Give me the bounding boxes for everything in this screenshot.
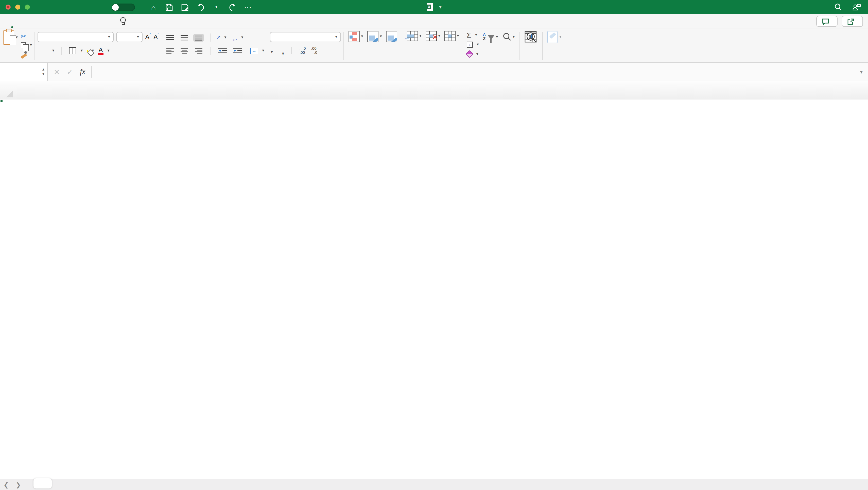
cell-styles-button[interactable] [384,30,399,50]
currency-chevron-icon: ▾ [271,50,273,54]
tab-home[interactable] [6,14,18,28]
delete-cells-button[interactable]: ✕ ▾ [424,30,442,42]
underline-chevron-icon[interactable]: ▾ [52,49,54,53]
tell-me[interactable] [116,17,127,25]
insert-chevron-icon: ▾ [420,34,422,38]
cut-button[interactable]: ✂ [21,32,32,40]
zoom-window-button[interactable] [25,5,30,10]
prev-sheet-icon[interactable]: ❮ [0,481,12,488]
find-select-button[interactable]: ▾ [500,30,517,51]
undo-icon[interactable] [196,3,205,11]
borders-button[interactable] [69,47,76,54]
confirm-entry-icon[interactable]: ✓ [67,68,72,76]
format-painter-button[interactable] [21,51,32,58]
tab-view[interactable] [91,14,103,28]
cancel-entry-icon[interactable]: ✕ [54,68,60,76]
comma-style-button[interactable]: , [282,47,284,55]
font-size-select[interactable]: ▾ [116,32,143,42]
sheet-tab-churn-data[interactable] [33,478,52,488]
autosave-toggle[interactable] [112,3,135,11]
tab-automate[interactable] [103,14,116,28]
font-name-select[interactable]: ▾ [37,32,114,42]
redo-icon[interactable] [228,3,237,11]
name-box-stepper[interactable]: ▲▼ [39,63,48,81]
decrease-indent-button[interactable] [216,47,228,55]
increase-font-size-button[interactable]: Aˆ [145,33,151,41]
number-format-select[interactable]: ▾ [270,32,341,42]
merge-center-button[interactable]: ↔ ▾ [250,48,264,54]
align-bottom-button[interactable] [193,34,204,41]
format-cells-button[interactable]: ▾ [442,30,461,42]
insert-cells-button[interactable]: ← ▾ [405,30,424,42]
formula-input[interactable] [92,63,855,81]
lightbulb-icon [120,17,125,25]
select-all-corner[interactable] [0,81,15,99]
ribbon-tab-strip [0,14,868,28]
font-group: ▾ ▾ Aˆ Aˇ ▾ ▾ ▾ A ▾ [37,30,159,61]
insert-function-icon[interactable]: fx [80,67,86,76]
title-chevron-icon[interactable]: ▾ [439,5,441,10]
font-color-button[interactable]: A [98,46,103,55]
title-bar: ⌂ ▾ ⋯ ▾ [0,0,868,14]
share-button[interactable] [842,16,863,27]
tab-review[interactable] [79,14,91,28]
undo-menu-chevron[interactable]: ▾ [212,3,221,11]
fill-chevron-icon: ▾ [477,42,479,47]
tab-page-layout[interactable] [42,14,55,28]
align-top-button[interactable] [165,34,175,41]
autosum-button[interactable]: Σ▾ [467,30,479,39]
search-icon[interactable] [834,3,842,11]
tab-formulas[interactable] [55,14,67,28]
increase-decimal-button[interactable]: .00→.0 [310,47,317,55]
wrap-text-chevron-icon[interactable]: ▾ [241,35,243,39]
comments-button[interactable] [816,16,838,27]
borders-chevron-icon[interactable]: ▾ [81,49,83,53]
tab-insert[interactable] [18,14,30,28]
copy-button[interactable]: ▾ [21,41,32,49]
align-left-button[interactable] [165,47,175,55]
next-sheet-icon[interactable]: ❯ [12,481,24,488]
wrap-text-button[interactable]: ↩ ▾ [233,32,243,42]
orientation-chevron-icon[interactable]: ▾ [224,35,226,39]
fill-button[interactable]: ↓▾ [467,40,479,49]
formula-bar-expand-icon[interactable]: ▼ [855,63,868,81]
orientation-button[interactable]: ↗ [216,35,221,40]
copy-chevron-icon[interactable]: ▾ [30,43,32,47]
align-middle-button[interactable] [179,34,189,41]
merge-center-chevron-icon[interactable]: ▾ [262,49,264,53]
clear-button[interactable]: ▾ [467,50,479,58]
more-commands-icon[interactable]: ⋯ [244,3,252,11]
align-right-button[interactable] [193,47,204,55]
merge-center-icon: ↔ [250,48,258,54]
save-icon[interactable] [165,3,174,11]
autosum-chevron-icon: ▾ [475,33,477,37]
autosave-toggle-knob [112,4,119,10]
align-center-button[interactable] [179,47,189,55]
decrease-decimal-button[interactable]: ←.0.00 [299,47,306,55]
format-as-table-button[interactable]: ▾ [365,30,384,50]
share-presence-icon[interactable] [852,3,861,11]
paste-button[interactable]: ▾ [3,30,18,46]
conditional-formatting-chevron-icon: ▾ [361,34,363,38]
minimize-window-button[interactable] [15,5,20,10]
home-icon[interactable]: ⌂ [149,3,158,11]
font-color-chevron-icon[interactable]: ▾ [107,49,110,53]
excel-document-icon [426,3,433,11]
analyze-data-button[interactable] [522,30,539,61]
name-box[interactable] [0,63,39,81]
increase-indent-button[interactable] [231,47,243,55]
save-as-icon[interactable] [181,3,189,11]
divider [61,47,62,55]
currency-button[interactable]: ▾ [271,47,273,55]
find-select-chevron-icon: ▾ [513,35,515,39]
sort-filter-button[interactable]: AZ ▾ [481,30,500,51]
font-size-chevron-icon: ▾ [137,35,139,39]
tab-data[interactable] [67,14,79,28]
close-window-button[interactable] [6,5,11,10]
editing-group: Σ▾ ↓▾ ▾ AZ ▾ ▾ [467,30,517,61]
fill-handle[interactable] [0,99,3,102]
conditional-formatting-button[interactable]: ▾ [346,30,365,50]
decrease-font-size-button[interactable]: Aˇ [153,33,159,41]
formula-bar: ▲▼ ✕ ✓ fx ▼ [0,63,868,81]
tab-draw[interactable] [30,14,42,28]
